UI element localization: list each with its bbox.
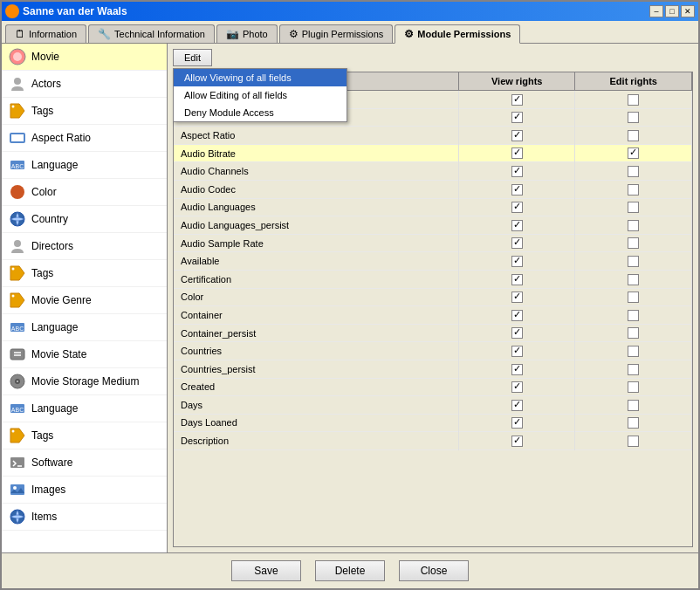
- row-edit-checkbox[interactable]: [575, 432, 692, 450]
- edit-checkbox[interactable]: [628, 400, 639, 411]
- edit-checkbox[interactable]: [628, 274, 639, 285]
- view-checkbox[interactable]: [511, 220, 523, 231]
- view-checkbox[interactable]: [511, 436, 523, 447]
- view-checkbox[interactable]: [511, 202, 523, 213]
- edit-checkbox[interactable]: [628, 94, 639, 106]
- row-edit-checkbox[interactable]: [575, 342, 692, 360]
- view-checkbox[interactable]: [511, 381, 523, 393]
- edit-checkbox[interactable]: [628, 220, 639, 231]
- edit-checkbox[interactable]: [628, 327, 639, 339]
- maximize-button[interactable]: □: [665, 5, 679, 17]
- sidebar-item-color[interactable]: Color: [2, 179, 167, 206]
- close-window-button[interactable]: ✕: [681, 5, 695, 17]
- edit-checkbox[interactable]: [628, 292, 639, 303]
- row-view-checkbox[interactable]: [458, 432, 575, 450]
- sidebar-item-language1[interactable]: ABC Language: [2, 152, 167, 179]
- row-edit-checkbox[interactable]: [575, 324, 692, 342]
- view-checkbox[interactable]: [511, 166, 523, 177]
- close-button[interactable]: Close: [399, 560, 469, 581]
- view-checkbox[interactable]: [511, 237, 523, 249]
- sidebar-item-movie[interactable]: Movie: [2, 44, 167, 71]
- sidebar-item-directors[interactable]: Directors: [2, 233, 167, 260]
- row-view-checkbox[interactable]: [458, 306, 575, 325]
- row-view-checkbox[interactable]: [458, 342, 575, 360]
- row-view-checkbox[interactable]: [458, 234, 575, 252]
- edit-checkbox[interactable]: [628, 310, 639, 321]
- row-view-checkbox[interactable]: [458, 270, 575, 288]
- sidebar-item-language2[interactable]: ABC Language: [2, 314, 167, 341]
- sidebar-item-moviestorage[interactable]: Movie Storage Medium: [2, 368, 167, 395]
- row-edit-checkbox[interactable]: [575, 91, 692, 109]
- row-view-checkbox[interactable]: [458, 108, 575, 127]
- row-view-checkbox[interactable]: [458, 180, 575, 198]
- row-view-checkbox[interactable]: [458, 144, 575, 162]
- view-checkbox[interactable]: [511, 256, 523, 267]
- sidebar-item-images[interactable]: Images: [2, 477, 167, 504]
- dropdown-item-edit[interactable]: Allow Editing of all fields: [174, 86, 347, 104]
- save-button[interactable]: Save: [231, 560, 301, 581]
- row-view-checkbox[interactable]: [458, 252, 575, 271]
- row-edit-checkbox[interactable]: [575, 180, 692, 198]
- view-checkbox[interactable]: [511, 417, 523, 429]
- view-checkbox[interactable]: [511, 292, 523, 303]
- row-edit-checkbox[interactable]: [575, 306, 692, 325]
- row-edit-checkbox[interactable]: [575, 288, 692, 306]
- row-view-checkbox[interactable]: [458, 360, 575, 378]
- view-checkbox[interactable]: [511, 364, 523, 375]
- row-view-checkbox[interactable]: [458, 288, 575, 306]
- sidebar-item-software[interactable]: Software: [2, 449, 167, 477]
- edit-checkbox[interactable]: [628, 130, 639, 141]
- row-view-checkbox[interactable]: [458, 324, 575, 342]
- tab-information[interactable]: 🗒 Information: [5, 24, 86, 43]
- row-edit-checkbox[interactable]: [575, 234, 692, 252]
- sidebar-item-moviegenre[interactable]: Movie Genre: [2, 287, 167, 314]
- edit-checkbox[interactable]: [628, 166, 639, 177]
- tab-plugin[interactable]: ⚙ Plugin Permissions: [279, 24, 394, 43]
- tab-photo[interactable]: 📷 Photo: [216, 24, 278, 43]
- row-edit-checkbox[interactable]: [575, 216, 692, 235]
- row-view-checkbox[interactable]: [458, 414, 575, 432]
- view-checkbox[interactable]: [511, 274, 523, 285]
- edit-checkbox[interactable]: [628, 148, 639, 159]
- row-view-checkbox[interactable]: [458, 378, 575, 396]
- row-edit-checkbox[interactable]: [575, 396, 692, 415]
- view-checkbox[interactable]: [511, 310, 523, 321]
- edit-checkbox[interactable]: [628, 256, 639, 267]
- edit-checkbox[interactable]: [628, 381, 639, 393]
- view-checkbox[interactable]: [511, 327, 523, 339]
- view-checkbox[interactable]: [511, 94, 523, 106]
- row-edit-checkbox[interactable]: [575, 198, 692, 216]
- row-edit-checkbox[interactable]: [575, 108, 692, 127]
- tab-technical[interactable]: 🔧 Technical Information: [88, 24, 215, 43]
- row-edit-checkbox[interactable]: [575, 127, 692, 145]
- edit-checkbox[interactable]: [628, 184, 639, 196]
- row-edit-checkbox[interactable]: [575, 252, 692, 271]
- row-view-checkbox[interactable]: [458, 198, 575, 216]
- row-edit-checkbox[interactable]: [575, 378, 692, 396]
- row-view-checkbox[interactable]: [458, 396, 575, 415]
- sidebar-item-aspectratio[interactable]: Aspect Ratio: [2, 125, 167, 152]
- tab-module[interactable]: ⚙ Module Permissions: [395, 24, 520, 44]
- dropdown-item-view[interactable]: Allow Viewing of all fields: [174, 69, 347, 86]
- edit-checkbox[interactable]: [628, 346, 639, 357]
- sidebar-item-tags1[interactable]: Tags: [2, 98, 167, 125]
- row-edit-checkbox[interactable]: [575, 270, 692, 288]
- edit-checkbox[interactable]: [628, 364, 639, 375]
- row-edit-checkbox[interactable]: [575, 144, 692, 162]
- edit-checkbox[interactable]: [628, 112, 639, 123]
- edit-checkbox[interactable]: [628, 237, 639, 249]
- row-edit-checkbox[interactable]: [575, 414, 692, 432]
- edit-button[interactable]: Edit: [173, 49, 212, 66]
- edit-checkbox[interactable]: [628, 436, 639, 447]
- view-checkbox[interactable]: [511, 130, 523, 141]
- row-view-checkbox[interactable]: [458, 216, 575, 235]
- sidebar-item-items[interactable]: Items: [2, 504, 167, 531]
- delete-button[interactable]: Delete: [315, 560, 385, 581]
- row-view-checkbox[interactable]: [458, 162, 575, 181]
- view-checkbox[interactable]: [511, 400, 523, 411]
- sidebar-item-moviestate[interactable]: Movie State: [2, 341, 167, 368]
- view-checkbox[interactable]: [511, 184, 523, 196]
- row-edit-checkbox[interactable]: [575, 360, 692, 378]
- sidebar-item-language3[interactable]: ABC Language: [2, 395, 167, 422]
- sidebar-item-country[interactable]: Country: [2, 206, 167, 233]
